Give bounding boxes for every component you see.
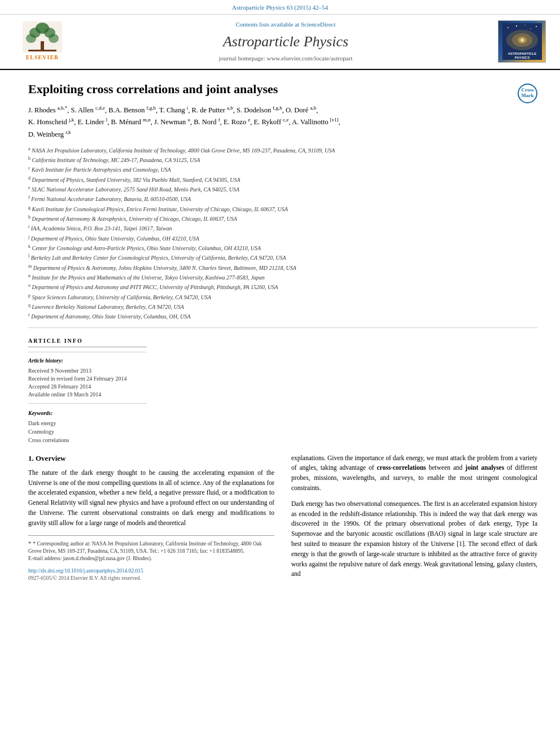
svg-rect-7	[28, 50, 56, 51]
elsevier-logo-container: ELSEVIER	[11, 21, 73, 62]
doi-section: http://dx.doi.org/10.1016/j.astropartphy…	[28, 567, 274, 583]
author-dodelson: S. Dodelson f,g,h,	[237, 106, 286, 114]
footnote-corresponding: * * Corresponding author at: NASA Jet Pr…	[28, 539, 274, 556]
body-two-col: 1. Overview The nature of the dark energ…	[28, 453, 537, 586]
section-1-right-para-2: Dark energy has two observational conseq…	[291, 499, 537, 580]
elsevier-wordmark: ELSEVIER	[26, 54, 59, 62]
journal-volume-link[interactable]: Astroparticle Physics 63 (2015) 42–54	[232, 4, 328, 11]
affiliation-r: r Department of Astronomy, Ohio State Un…	[28, 312, 537, 321]
affiliation-m: m Department of Physics & Astronomy, Joh…	[28, 263, 537, 272]
affiliation-p: p Space Sciences Laboratory, University …	[28, 292, 537, 302]
svg-text:PHYSICS: PHYSICS	[514, 56, 529, 59]
article-title: Exploiting cross correlations and joint …	[28, 81, 278, 98]
affiliation-o: o Department of Physics and Astronomy an…	[28, 282, 537, 291]
revised-date: Received in revised form 24 February 201…	[28, 375, 147, 383]
affiliation-k: k Center for Cosmology and Astro-Particl…	[28, 243, 537, 252]
journal-center-info: Contents lists available at ScienceDirec…	[79, 20, 492, 63]
svg-point-13	[524, 25, 525, 25]
author-nord: B. Nord f,	[194, 118, 224, 126]
affiliation-l: l Berkeley Lab and Berkeley Center for C…	[28, 253, 537, 262]
left-column: ARTICLE INFO Article history: Received 9…	[28, 337, 147, 444]
two-col-layout: ARTICLE INFO Article history: Received 9…	[28, 337, 537, 444]
section-1-title: 1. Overview	[28, 453, 274, 464]
elsevier-logo: ELSEVIER	[11, 21, 73, 62]
author-rykoff: E. Rykoff c,e,	[254, 118, 292, 126]
footnote-email: E-mail address: jason.d.rhodes@jpl.nasa.…	[28, 555, 274, 562]
article-history-label: Article history:	[28, 357, 147, 365]
affiliation-i: i IAA, Academia Sinica, P.O. Box 23-141,…	[28, 224, 537, 233]
sciencedirect-label: Contents lists available at ScienceDirec…	[79, 20, 492, 29]
author-weinberg: D. Weinberg r,k	[28, 130, 71, 138]
separator-1	[28, 352, 147, 352]
author-rozo: E. Rozo e,	[224, 118, 254, 126]
ap-logo-box: ASTROPARTICLE PHYSICS	[498, 20, 546, 63]
author-honscheid: K. Honscheid j,k,	[28, 118, 77, 126]
ap-logo-container: ASTROPARTICLE PHYSICS	[498, 20, 549, 63]
svg-point-12	[536, 26, 537, 27]
affiliation-h: h Department of Astronomy & Astrophysics…	[28, 214, 537, 223]
authors-line: J. Rhodes a,b,*, S. Allen c,d,e, B.A. Be…	[28, 104, 537, 139]
author-dore: O. Doré a,b,	[286, 106, 318, 114]
elsevier-tree-icon	[23, 21, 62, 53]
svg-point-11	[530, 29, 531, 30]
journal-homepage: journal homepage: www.elsevier.com/locat…	[79, 54, 492, 63]
title-row: Exploiting cross correlations and joint …	[28, 81, 537, 104]
body-right-col: explanations. Given the importance of da…	[291, 453, 537, 586]
sciencedirect-link[interactable]: ScienceDirect	[301, 21, 336, 28]
journal-title: Astroparticle Physics	[79, 32, 492, 52]
affiliation-e: e SLAC National Accelerator Laboratory, …	[28, 185, 537, 194]
author-rhodes: J. Rhodes a,b,*,	[28, 106, 71, 114]
svg-point-10	[515, 25, 517, 27]
available-date: Available online 19 March 2014	[28, 391, 147, 399]
affiliation-j: j Department of Physics, Ohio State Univ…	[28, 234, 537, 243]
footnote-email-text: E-mail address: jason.d.rhodes@jpl.nasa.…	[28, 556, 152, 561]
journal-header: ELSEVIER Contents lists available at Sci…	[0, 15, 560, 69]
footnote-area: * * Corresponding author at: NASA Jet Pr…	[28, 535, 274, 563]
affiliation-a: a NASA Jet Propulsion Laboratory, Califo…	[28, 146, 537, 155]
svg-point-5	[49, 34, 59, 43]
author-linder: E. Linder l,	[77, 118, 111, 126]
crossmark-text: CrossMark	[522, 88, 534, 99]
author-menard: B. Ménard m,n,	[111, 118, 155, 126]
svg-text:ASTROPARTICLE: ASTROPARTICLE	[508, 52, 536, 55]
affiliation-c: c Kavli Institute for Particle Astrophys…	[28, 165, 537, 174]
doi-link[interactable]: http://dx.doi.org/10.1016/j.astropartphy…	[28, 567, 274, 575]
article-info-title: ARTICLE INFO	[28, 337, 147, 347]
author-vallinotto: A. Vallinotto [v1],	[292, 118, 340, 126]
section-1-para-1: The nature of the dark energy thought to…	[28, 468, 274, 528]
author-newman: J. Newman o,	[154, 118, 194, 126]
affiliation-b: b California Institute of Technology, MC…	[28, 155, 537, 164]
footnote-star-symbol: *	[28, 540, 33, 547]
affiliation-q: q Lawrence Berkeley National Laboratory,…	[28, 302, 537, 311]
author-deputter: R. de Putter a,b,	[192, 106, 237, 114]
crossmark-badge[interactable]: CrossMark	[518, 84, 537, 103]
svg-rect-6	[41, 41, 44, 50]
svg-point-17	[520, 38, 524, 42]
keywords-label: Keywords:	[28, 409, 147, 417]
affiliation-g: g Kavli Institute for Cosmological Physi…	[28, 204, 537, 213]
author-allen: S. Allen c,d,e,	[71, 106, 109, 114]
separator-2	[28, 403, 147, 404]
keyword-cosmology: Cosmology	[28, 427, 147, 436]
received-date: Received 9 November 2013	[28, 367, 147, 375]
keyword-dark-energy: Dark energy	[28, 419, 147, 427]
keyword-cross-correlations: Cross correlations	[28, 436, 147, 444]
right-column	[164, 337, 537, 444]
affiliation-n: n Institute for the Physics and Mathemat…	[28, 273, 537, 282]
accepted-date: Accepted 28 February 2014	[28, 383, 147, 391]
article-area: Exploiting cross correlations and joint …	[0, 70, 560, 597]
author-chang: T. Chang i,	[159, 106, 191, 114]
body-left-col: 1. Overview The nature of the dark energ…	[28, 453, 274, 586]
footnote-star-text: * Corresponding author at: NASA Jet Prop…	[28, 541, 262, 554]
svg-point-4	[26, 34, 36, 43]
affiliation-f: f Fermi National Accelerator Laboratory,…	[28, 194, 537, 203]
affiliation-d: d Department of Physics, Stanford Univer…	[28, 175, 537, 184]
top-bar: Astroparticle Physics 63 (2015) 42–54	[0, 0, 560, 15]
affiliations-block: a NASA Jet Propulsion Laboratory, Califo…	[28, 146, 537, 328]
ap-logo-icon: ASTROPARTICLE PHYSICS	[502, 23, 542, 60]
section-1-right-para-1: explanations. Given the importance of da…	[291, 453, 537, 493]
svg-point-9	[508, 27, 509, 28]
copyright-text: 0927-6505/© 2014 Elsevier B.V. All right…	[28, 575, 274, 582]
author-benson: B.A. Benson f,g,h,	[108, 106, 159, 114]
